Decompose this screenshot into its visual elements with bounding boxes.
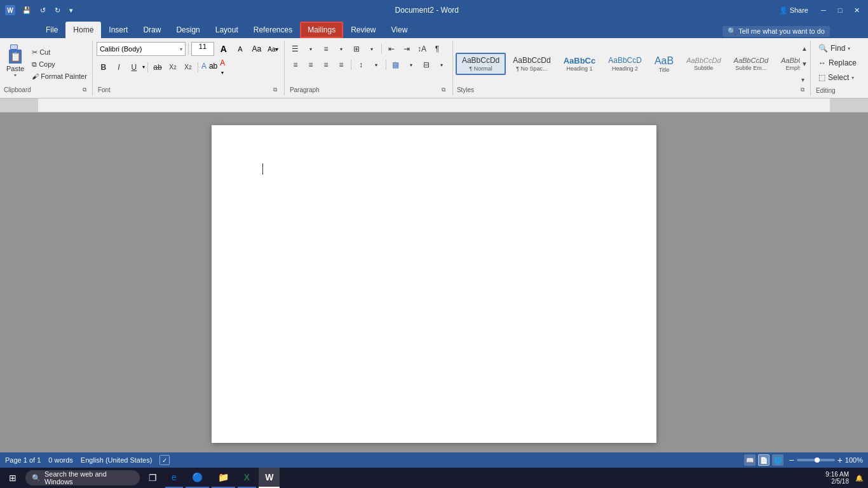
- show-para-btn[interactable]: ¶: [430, 42, 444, 56]
- paste-button[interactable]: 📋 Paste ▾: [3, 42, 28, 86]
- underline-btn[interactable]: U: [127, 60, 141, 74]
- line-spacing-btn[interactable]: ↕: [354, 58, 368, 72]
- underline-dropdown[interactable]: ▾: [142, 64, 145, 70]
- font-grow-btn[interactable]: A: [217, 42, 231, 56]
- style-no-space[interactable]: AaBbCcDd ¶ No Spac...: [507, 53, 556, 74]
- border-dropdown[interactable]: ▾: [435, 58, 449, 72]
- tab-draw[interactable]: Draw: [135, 22, 168, 38]
- style-subtitle[interactable]: AaBbCcDd Subtitle: [681, 54, 726, 74]
- maximize-btn[interactable]: □: [834, 4, 846, 17]
- strikethrough-btn[interactable]: ab: [151, 60, 165, 74]
- tab-layout[interactable]: Layout: [208, 22, 246, 38]
- tab-review[interactable]: Review: [343, 22, 383, 38]
- notification-btn[interactable]: 🔔: [853, 471, 865, 484]
- shading-btn[interactable]: ▩: [389, 58, 403, 72]
- italic-btn[interactable]: I: [112, 60, 126, 74]
- status-bar-right: 📖 📄 🌐 − + 100%: [744, 454, 863, 466]
- styles-scroll-up[interactable]: ▲: [801, 45, 808, 52]
- paste-dropdown[interactable]: ▾: [14, 72, 17, 78]
- clear-format-btn[interactable]: Aa: [250, 42, 264, 56]
- multilevel-dropdown[interactable]: ▾: [365, 42, 379, 56]
- font-size-select[interactable]: 11: [191, 42, 214, 56]
- sort-btn[interactable]: ↕A: [415, 42, 429, 56]
- numbering-btn[interactable]: ≡: [319, 42, 333, 56]
- numbering-dropdown[interactable]: ▾: [334, 42, 348, 56]
- tab-design[interactable]: Design: [168, 22, 207, 38]
- tab-file[interactable]: File: [38, 22, 65, 38]
- zoom-out-btn[interactable]: −: [789, 455, 794, 465]
- font-shrink-btn[interactable]: A: [233, 42, 247, 56]
- font-expand-icon[interactable]: ⧉: [271, 86, 279, 94]
- styles-expand-icon[interactable]: ⧉: [799, 86, 806, 94]
- paragraph-expand-icon[interactable]: ⧉: [440, 86, 447, 94]
- task-view-btn[interactable]: ❐: [142, 468, 163, 488]
- clipboard-expand-icon[interactable]: ⧉: [81, 86, 88, 94]
- text-effects-btn[interactable]: A: [201, 61, 207, 74]
- subscript-btn[interactable]: X2: [166, 60, 180, 74]
- copy-button[interactable]: ⧉ Copy: [29, 60, 90, 69]
- title-bar-right: 👤 Share ─ □ ✕: [779, 4, 863, 17]
- excel-app[interactable]: X: [238, 468, 256, 488]
- cut-button[interactable]: ✂ Cut: [29, 48, 90, 57]
- justify-btn[interactable]: ≡: [334, 58, 348, 72]
- read-mode-btn[interactable]: 📖: [744, 454, 756, 466]
- share-btn[interactable]: 👤 Share: [779, 6, 808, 15]
- quick-undo-btn[interactable]: ↺: [38, 5, 48, 16]
- quick-redo-btn[interactable]: ↻: [53, 5, 62, 16]
- select-button[interactable]: ⬚ Select ▾: [815, 71, 864, 84]
- minimize-btn[interactable]: ─: [817, 4, 830, 17]
- decrease-indent-btn[interactable]: ⇤: [384, 42, 398, 56]
- print-layout-btn[interactable]: 📄: [758, 454, 770, 466]
- format-painter-button[interactable]: 🖌 Format Painter: [29, 72, 90, 81]
- close-btn[interactable]: ✕: [850, 4, 863, 17]
- tab-view[interactable]: View: [384, 22, 416, 38]
- replace-button[interactable]: ↔ Replace: [815, 57, 864, 69]
- zoom-slider[interactable]: [797, 459, 835, 461]
- shading-dropdown[interactable]: ▾: [404, 58, 418, 72]
- bullets-btn[interactable]: ☰: [288, 42, 302, 56]
- superscript-btn[interactable]: X2: [181, 60, 195, 74]
- word-app[interactable]: W: [259, 468, 280, 488]
- line-spacing-dropdown[interactable]: ▾: [369, 58, 383, 72]
- web-layout-btn[interactable]: 🌐: [772, 454, 783, 466]
- text-highlight-btn[interactable]: ab: [208, 61, 218, 74]
- increase-indent-btn[interactable]: ⇥: [400, 42, 414, 56]
- border-btn[interactable]: ⊟: [419, 58, 433, 72]
- style-emphasis[interactable]: AaBbCcDd Emphasis: [775, 54, 800, 74]
- chrome-app[interactable]: 🔵: [186, 468, 209, 488]
- bullets-dropdown[interactable]: ▾: [304, 42, 318, 56]
- font-color-btn[interactable]: A ▾: [219, 58, 226, 76]
- zoom-in-btn[interactable]: +: [837, 455, 843, 465]
- tab-references[interactable]: References: [246, 22, 300, 38]
- change-case-btn[interactable]: Aa▾: [266, 42, 280, 56]
- windows-start-btn[interactable]: ⊞: [3, 468, 23, 488]
- align-right-btn[interactable]: ≡: [319, 58, 333, 72]
- style-subtle-em[interactable]: AaBbCcDd Subtle Em...: [728, 54, 774, 74]
- bold-btn[interactable]: B: [97, 60, 111, 74]
- styles-expand[interactable]: ▾: [801, 76, 808, 83]
- quick-customize-btn[interactable]: ▾: [67, 5, 75, 16]
- document-page[interactable]: [212, 125, 656, 443]
- align-left-btn[interactable]: ≡: [288, 58, 302, 72]
- replace-label: Replace: [829, 58, 857, 67]
- styles-scroll-down[interactable]: ▼: [801, 60, 808, 67]
- tell-me-btn[interactable]: 🔍 Tell me what you want to do: [722, 26, 830, 37]
- style-normal[interactable]: AaBbCcDd ¶ Normal: [456, 53, 506, 74]
- multilevel-btn[interactable]: ⊞: [349, 42, 363, 56]
- style-heading1[interactable]: AaBbCc Heading 1: [558, 53, 602, 75]
- tab-mailings[interactable]: Mailings: [300, 22, 343, 38]
- edge-app[interactable]: e: [165, 468, 183, 488]
- find-button[interactable]: 🔍 Find ▾: [815, 42, 864, 55]
- style-title[interactable]: AaB Title: [649, 52, 679, 76]
- tab-home[interactable]: Home: [65, 22, 101, 38]
- tab-insert[interactable]: Insert: [101, 22, 135, 38]
- accessibility-checker-btn[interactable]: ✓: [159, 455, 170, 465]
- taskbar-search[interactable]: 🔍 Search the web and Windows: [25, 470, 140, 485]
- quick-save-btn[interactable]: 💾: [20, 5, 33, 16]
- align-center-btn[interactable]: ≡: [304, 58, 318, 72]
- clock[interactable]: 9:16 AM 2/5/18: [825, 471, 849, 485]
- font-name-select[interactable]: Calibri (Body) ▾: [97, 42, 186, 56]
- document-container[interactable]: [0, 112, 868, 452]
- files-app[interactable]: 📁: [212, 468, 235, 488]
- style-heading2[interactable]: AaBbCcD Heading 2: [602, 53, 648, 74]
